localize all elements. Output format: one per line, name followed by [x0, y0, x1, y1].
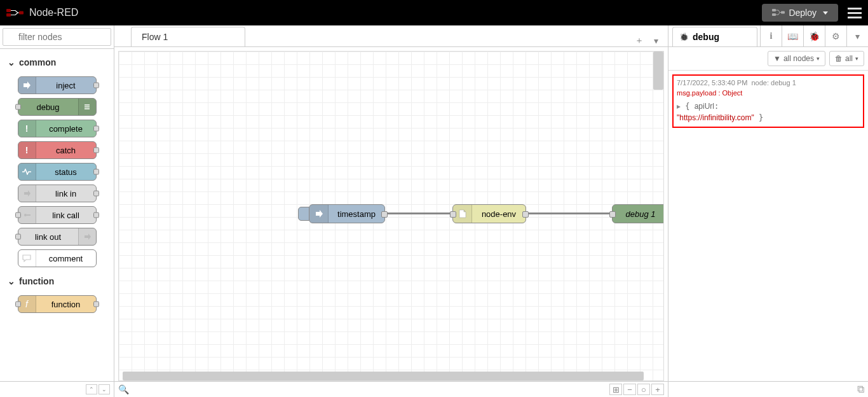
flow-canvas[interactable]: timestamp node-env debug 1: [119, 52, 663, 380]
link-icon: [78, 228, 96, 245]
category-function[interactable]: function: [5, 271, 109, 291]
svg-rect-2: [19, 11, 24, 15]
zoom-reset-button[interactable]: ○: [637, 384, 650, 395]
workspace: Flow 1 ＋ ▾ timestamp: [114, 25, 668, 397]
sidebar: debug i 📖 🐞 ⚙ ▾ ▼ all nodes ▾ 🗑 all ▾: [668, 25, 868, 397]
workspace-footer: 🔍 ⊞ − ○ +: [114, 381, 668, 397]
scrollbar-horizontal[interactable]: [123, 372, 644, 380]
zoom-in-button[interactable]: +: [651, 384, 664, 395]
scrollbar-vertical[interactable]: [653, 52, 663, 90]
function-icon: f: [18, 296, 36, 312]
app-title: Node-RED: [29, 7, 762, 18]
category-common[interactable]: common: [5, 52, 109, 73]
svg-rect-5: [781, 11, 785, 14]
filter-nodes-button[interactable]: ▼ all nodes ▾: [768, 51, 825, 66]
svg-point-9: [24, 214, 27, 216]
debug-message[interactable]: 7/17/2022, 5:33:40 PM node: debug 1 msg.…: [672, 74, 864, 128]
debug-body[interactable]: ▸ { apiUrl: "https://infinitbility.com" …: [677, 101, 860, 123]
palette-footer: ⌃ ⌄: [0, 381, 114, 397]
debug-topic: msg.payload : Object: [677, 89, 860, 97]
app-header: Node-RED Deploy: [0, 0, 868, 25]
navigator-icon[interactable]: ⊞: [609, 384, 622, 395]
svg-rect-3: [772, 9, 776, 11]
flow-node-nodeenv[interactable]: node-env: [452, 204, 526, 223]
zoom-out-button[interactable]: −: [623, 384, 636, 395]
info-icon[interactable]: i: [760, 25, 782, 46]
status-icon: [18, 164, 36, 180]
menu-button[interactable]: [848, 8, 862, 18]
search-icon: [3, 28, 111, 46]
palette-node-link-out[interactable]: link out: [18, 228, 97, 246]
debug-icon[interactable]: 🐞: [803, 25, 825, 46]
expand-down-icon[interactable]: ⌄: [98, 384, 110, 394]
chevron-down-icon: ▾: [817, 55, 820, 62]
app-logo-icon: [6, 6, 24, 19]
flow-node-debug[interactable]: debug 1: [612, 204, 663, 223]
open-window-icon[interactable]: ⧉: [857, 384, 864, 395]
sidebar-dropdown[interactable]: ▾: [846, 25, 868, 46]
flow-list-dropdown[interactable]: ▾: [650, 35, 661, 46]
filter-nodes-input[interactable]: [3, 28, 111, 46]
sidebar-tab-debug[interactable]: debug: [672, 27, 757, 46]
palette-list: common inject debug ! complete ! catch: [0, 49, 114, 381]
config-icon[interactable]: ⚙: [825, 25, 846, 46]
flow-tabs: Flow 1 ＋ ▾: [114, 25, 668, 47]
deploy-icon: [772, 8, 785, 17]
palette-node-comment[interactable]: comment: [18, 249, 97, 267]
alert-icon: !: [18, 142, 36, 158]
debug-icon: [78, 99, 96, 115]
flow-node-inject[interactable]: timestamp: [309, 204, 385, 223]
help-icon[interactable]: 📖: [782, 25, 803, 46]
inject-icon: [18, 77, 36, 94]
link-icon: [18, 207, 36, 223]
inject-trigger-button[interactable]: [298, 207, 309, 221]
sidebar-footer: ⧉: [668, 381, 868, 397]
palette-node-link-in[interactable]: link in: [18, 185, 97, 202]
palette-node-complete[interactable]: ! complete: [18, 120, 97, 137]
palette-node-debug[interactable]: debug: [18, 98, 97, 116]
palette-node-catch[interactable]: ! catch: [18, 141, 97, 159]
palette-node-inject[interactable]: inject: [18, 76, 97, 94]
svg-rect-1: [6, 13, 11, 17]
collapse-up-icon[interactable]: ⌃: [86, 384, 97, 394]
trash-icon: 🗑: [835, 54, 843, 63]
svg-rect-4: [772, 13, 776, 16]
debug-meta: 7/17/2022, 5:33:40 PM node: debug 1: [677, 79, 860, 87]
deploy-button[interactable]: Deploy: [762, 4, 838, 22]
node-palette: common inject debug ! complete ! catch: [0, 25, 114, 397]
palette-node-status[interactable]: status: [18, 163, 97, 181]
chevron-down-icon: ▾: [855, 55, 858, 62]
search-icon[interactable]: 🔍: [118, 384, 129, 394]
chevron-down-icon: [823, 11, 828, 15]
link-icon: [18, 185, 36, 202]
inject-icon: [309, 205, 329, 223]
filter-icon: ▼: [773, 54, 781, 63]
tab-flow-1[interactable]: Flow 1: [131, 27, 245, 46]
add-flow-button[interactable]: ＋: [634, 35, 645, 46]
svg-rect-0: [6, 9, 11, 12]
clear-debug-button[interactable]: 🗑 all ▾: [829, 51, 864, 66]
palette-node-function[interactable]: f function: [18, 295, 97, 313]
comment-icon: [18, 250, 36, 267]
alert-icon: !: [18, 120, 36, 137]
palette-node-link-call[interactable]: link call: [18, 206, 97, 224]
